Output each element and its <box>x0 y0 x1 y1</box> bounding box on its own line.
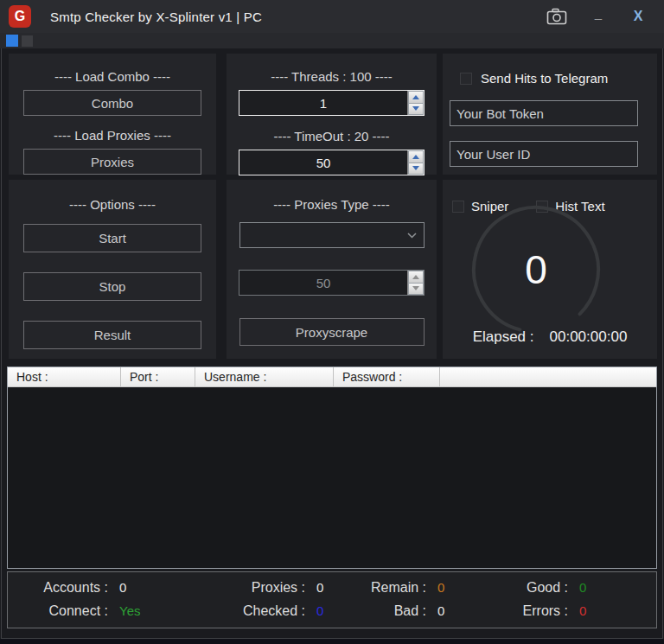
timeout-spin-buttons <box>407 150 424 175</box>
telegram-checkbox-row: Send Hits to Telegram <box>460 71 657 86</box>
connect-value: Yes <box>119 603 140 618</box>
threads-down-button[interactable] <box>408 104 424 116</box>
combo-button[interactable]: Combo <box>23 90 201 116</box>
timeout-input[interactable] <box>239 150 407 175</box>
result-button[interactable]: Result <box>23 321 201 349</box>
status-remain: Remain : 0 <box>350 580 444 596</box>
timeout-up-button[interactable] <box>408 150 424 163</box>
start-button[interactable]: Start <box>23 224 201 252</box>
threads-header: ---- Threads : 100 ---- <box>227 69 437 84</box>
accounts-label: Accounts : <box>18 580 108 596</box>
threads-panel: ---- Threads : 100 ---- ---- TimeOut : 2… <box>227 54 437 175</box>
chevron-down-icon <box>407 233 417 239</box>
options-panel: ---- Options ---- Start Stop Result <box>9 180 216 359</box>
status-proxies: Proxies : 0 <box>205 580 323 596</box>
good-label: Good : <box>487 580 568 596</box>
errors-label: Errors : <box>487 603 568 619</box>
column-header-empty[interactable] <box>440 367 656 386</box>
errors-value: 0 <box>579 603 586 618</box>
status-bad: Bad : 0 <box>350 603 444 619</box>
app-window: G Smtp Checker by X-Splinter v1 | PC _ X… <box>0 0 664 644</box>
title-bar: G Smtp Checker by X-Splinter v1 | PC _ X <box>0 0 664 33</box>
close-button[interactable]: X <box>621 0 655 33</box>
checked-value: 0 <box>316 603 323 618</box>
threads-stepper[interactable] <box>239 90 425 116</box>
table-body[interactable] <box>8 387 656 568</box>
arrow-up-icon <box>412 275 419 279</box>
proxies-type-header: ---- Proxies Type ---- <box>227 197 437 212</box>
arrow-down-icon <box>412 166 419 170</box>
status-panel: Accounts : 0 Proxies : 0 Remain : 0 Good… <box>7 571 657 628</box>
gray-indicator-square <box>22 35 33 47</box>
column-header-username[interactable]: Username : <box>195 367 334 386</box>
good-value: 0 <box>579 580 586 595</box>
timeout-down-button[interactable] <box>408 163 424 175</box>
status-good: Good : 0 <box>487 580 586 596</box>
threads-spin-buttons <box>407 91 424 115</box>
telegram-panel: Send Hits to Telegram <box>443 54 657 175</box>
connect-label: Connect : <box>18 603 108 619</box>
monitor-panel: Sniper Hist Text 0 Elapsed : 00:00:00:00 <box>443 180 657 359</box>
bot-token-input[interactable] <box>450 100 638 126</box>
threads-up-button[interactable] <box>408 91 424 104</box>
bad-label: Bad : <box>350 603 426 619</box>
user-id-input[interactable] <box>450 141 638 167</box>
proxies-type-panel: ---- Proxies Type ---- Proxyscrape <box>227 180 437 359</box>
column-header-password[interactable]: Password : <box>334 367 440 386</box>
minimize-icon: _ <box>595 6 602 21</box>
scrape-count-stepper[interactable] <box>239 270 425 296</box>
screenshot-button[interactable] <box>540 0 574 33</box>
send-hits-label: Send Hits to Telegram <box>481 71 608 86</box>
elapsed-value: 00:00:00:00 <box>550 328 628 346</box>
checked-label: Checked : <box>205 603 305 619</box>
timeout-stepper[interactable] <box>239 150 425 175</box>
scrape-down-button[interactable] <box>408 284 424 296</box>
scrape-count-input[interactable] <box>239 271 407 295</box>
close-icon: X <box>634 9 643 24</box>
arrow-up-icon <box>412 95 419 99</box>
indicator-strip <box>0 33 664 48</box>
arrow-down-icon <box>412 286 419 290</box>
proxies-type-dropdown[interactable] <box>239 222 425 248</box>
proxyscrape-button[interactable]: Proxyscrape <box>239 318 425 346</box>
timeout-header: ---- TimeOut : 20 ---- <box>227 129 437 143</box>
threads-input[interactable] <box>239 91 407 115</box>
status-accounts: Accounts : 0 <box>18 580 126 596</box>
gauge-counter: 0 <box>465 199 607 341</box>
proxies-value: 0 <box>316 580 323 595</box>
scrape-up-button[interactable] <box>408 271 424 284</box>
arrow-up-icon <box>412 155 419 159</box>
remain-value: 0 <box>437 580 444 595</box>
arrow-down-icon <box>412 106 419 111</box>
app-icon: G <box>9 5 31 28</box>
options-header: ---- Options ---- <box>9 197 216 212</box>
scrape-spin-buttons <box>407 271 424 295</box>
app-icon-letter: G <box>15 10 25 23</box>
column-header-port[interactable]: Port : <box>121 367 195 386</box>
load-combo-header: ---- Load Combo ---- <box>9 69 216 84</box>
send-hits-checkbox[interactable] <box>460 73 472 85</box>
status-errors: Errors : 0 <box>487 603 586 619</box>
bad-value: 0 <box>437 603 444 618</box>
sniper-checkbox[interactable] <box>452 201 464 213</box>
blue-indicator-square <box>6 35 18 47</box>
window-title: Smtp Checker by X-Splinter v1 | PC <box>50 0 262 33</box>
window-bottom-strip <box>0 639 664 644</box>
camera-icon <box>546 8 567 25</box>
proxies-button[interactable]: Proxies <box>23 149 201 175</box>
load-panel: ---- Load Combo ---- Combo ---- Load Pro… <box>9 54 216 175</box>
status-connect: Connect : Yes <box>18 603 140 619</box>
stop-button[interactable]: Stop <box>23 272 201 301</box>
table-header: Host : Port : Username : Password : <box>8 367 656 387</box>
accounts-value: 0 <box>119 580 126 595</box>
column-header-host[interactable]: Host : <box>8 367 121 386</box>
minimize-button[interactable]: _ <box>581 0 616 33</box>
status-checked: Checked : 0 <box>205 603 323 619</box>
proxies-label: Proxies : <box>205 580 305 596</box>
remain-label: Remain : <box>350 580 426 596</box>
elapsed-label: Elapsed : <box>473 328 534 346</box>
load-proxies-header: ---- Load Proxies ---- <box>9 128 216 143</box>
elapsed-row: Elapsed : 00:00:00:00 <box>443 328 657 346</box>
results-table: Host : Port : Username : Password : <box>7 367 657 569</box>
